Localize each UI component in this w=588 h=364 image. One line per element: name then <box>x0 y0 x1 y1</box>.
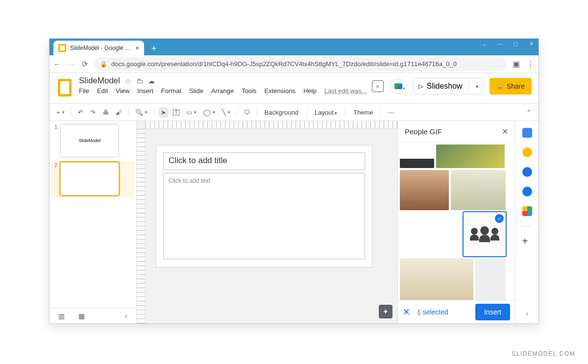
gif-result-selected[interactable]: ✓ <box>464 212 506 256</box>
nav-back-icon[interactable]: ← <box>53 60 61 69</box>
gif-result[interactable] <box>400 258 473 300</box>
star-icon[interactable]: ☆ <box>125 77 131 85</box>
get-addons-button[interactable]: + <box>522 236 532 246</box>
gif-result[interactable] <box>451 170 506 210</box>
window-minimize-icon[interactable]: — <box>496 41 503 47</box>
slideshow-dropdown-icon[interactable]: ▾ <box>473 84 481 89</box>
theme-button[interactable]: Theme <box>350 107 376 118</box>
insert-button[interactable]: Insert <box>475 304 510 320</box>
watermark: SLIDEMODEL.COM <box>512 350 575 357</box>
lock-icon: 🔒 <box>100 61 107 68</box>
calendar-addon-icon[interactable] <box>522 128 532 138</box>
menu-arrange[interactable]: Arrange <box>211 87 234 95</box>
paint-format-button[interactable]: 🖌 <box>114 107 124 118</box>
shape-tool[interactable]: ◯▾ <box>201 107 217 118</box>
share-button[interactable]: 🔒 Share <box>490 78 532 95</box>
new-tab-button[interactable]: + <box>147 42 161 55</box>
print-button[interactable]: 🖶 <box>100 107 111 118</box>
gif-results-grid: ✓ <box>398 143 515 300</box>
new-slide-button[interactable]: +▾ <box>54 107 67 118</box>
gif-result[interactable] <box>400 212 462 256</box>
url-field[interactable]: 🔒 docs.google.com/presentation/d/1hICDq4… <box>94 57 507 71</box>
view-mode-bar: ▥ ▦ ‹ <box>49 308 136 323</box>
last-edit-link[interactable]: Last edit was... <box>324 87 367 95</box>
slide-canvas[interactable]: Click to add title Click to add text <box>156 146 372 267</box>
slideshow-button[interactable]: ▷ Slideshow ▾ <box>413 78 484 95</box>
meet-button[interactable]: ▾ <box>390 79 407 94</box>
explore-button[interactable]: ✦ <box>379 305 392 318</box>
horizontal-ruler <box>146 121 397 129</box>
more-toolbar-button[interactable]: ⋯ <box>386 107 396 118</box>
contacts-addon-icon[interactable] <box>522 187 532 196</box>
gif-result[interactable] <box>400 145 434 168</box>
background-button[interactable]: Background <box>261 107 302 118</box>
undo-button[interactable]: ↶ <box>76 107 85 118</box>
image-tool[interactable]: ▭▾ <box>184 107 198 118</box>
app-header: SlideModel ☆ 🗀 ☁ File Edit View Insert F… <box>49 73 539 103</box>
select-tool[interactable]: ➤ <box>159 107 168 118</box>
menu-slide[interactable]: Slide <box>189 87 203 95</box>
collapse-rail-icon[interactable]: › <box>526 310 528 317</box>
menu-format[interactable]: Format <box>161 87 181 95</box>
tab-title: SlideModel - Google Slides <box>70 45 131 51</box>
thumbnail-row[interactable]: 2 <box>51 161 135 197</box>
body-placeholder[interactable]: Click to add text <box>163 173 365 259</box>
comments-button[interactable]: ≡ <box>372 80 384 92</box>
redo-button[interactable]: ↷ <box>88 107 98 118</box>
filmstrip-view-icon[interactable]: ▥ <box>58 312 65 320</box>
panel-toggle-icon[interactable]: ▣ <box>513 59 520 69</box>
menu-help[interactable]: Help <box>303 87 317 95</box>
keep-addon-icon[interactable] <box>522 147 532 157</box>
slide-thumbnail-2[interactable] <box>60 162 119 195</box>
nav-reload-icon[interactable]: ⟳ <box>82 60 88 69</box>
close-icon[interactable]: ✕ <box>502 127 508 136</box>
menu-edit[interactable]: Edit <box>97 87 108 95</box>
play-icon: ▷ <box>418 83 423 90</box>
window-maximize-icon[interactable]: ▢ <box>512 41 519 47</box>
menu-bar: File Edit View Insert Format Slide Arran… <box>79 87 367 95</box>
thumbnail-row[interactable]: 1 SlideModel <box>52 124 133 157</box>
title-placeholder[interactable]: Click to add title <box>163 152 365 170</box>
textbox-tool[interactable]: 🅃 <box>171 107 181 118</box>
tasks-addon-icon[interactable] <box>522 167 532 177</box>
tab-close-icon[interactable]: × <box>135 44 139 52</box>
menu-insert[interactable]: Insert <box>137 87 153 95</box>
window-controls: ⌄ — ▢ ✕ <box>481 41 535 47</box>
collapse-toolbar-button[interactable]: ⌃ <box>524 107 534 118</box>
gif-result[interactable] <box>475 258 506 300</box>
vertical-ruler <box>137 129 146 323</box>
menu-view[interactable]: View <box>116 87 129 95</box>
browser-titlebar: SlideModel - Google Slides × + ⌄ — ▢ ✕ <box>49 39 539 55</box>
camera-icon <box>394 83 402 89</box>
slide-thumbnails-panel: 1 SlideModel 2 <box>49 121 137 323</box>
browser-tab[interactable]: SlideModel - Google Slides × <box>53 41 144 55</box>
selection-count: 1 selected <box>417 308 468 316</box>
grid-view-icon[interactable]: ▦ <box>78 312 85 320</box>
browser-menu-icon[interactable]: ⋮ <box>527 59 535 69</box>
gif-result[interactable] <box>400 170 449 210</box>
cloud-sync-icon[interactable]: ☁ <box>148 77 155 85</box>
slides-logo[interactable] <box>55 76 74 99</box>
slides-favicon <box>58 44 66 52</box>
comment-tool[interactable]: 🗨 <box>242 107 252 118</box>
chevron-down-icon: ▾ <box>403 86 405 91</box>
share-label: Share <box>507 82 525 90</box>
gif-search-panel: People GIF ✕ ✓ <box>397 121 515 323</box>
layout-button[interactable]: Layout▾ <box>311 107 341 118</box>
gif-result[interactable] <box>436 145 505 168</box>
menu-extensions[interactable]: Extensions <box>265 87 296 95</box>
url-text: docs.google.com/presentation/d/1hICDq4-h… <box>111 60 457 68</box>
document-title[interactable]: SlideModel <box>79 76 120 86</box>
window-dropdown-icon[interactable]: ⌄ <box>481 41 488 47</box>
maps-addon-icon[interactable] <box>522 206 532 216</box>
line-tool[interactable]: ╲▾ <box>220 107 232 118</box>
menu-file[interactable]: File <box>79 87 89 95</box>
menu-tools[interactable]: Tools <box>242 87 256 95</box>
zoom-button[interactable]: 🔍▾ <box>133 107 149 118</box>
slide-thumbnail-1[interactable]: SlideModel <box>60 124 119 157</box>
clear-selection-icon[interactable]: ✕ <box>403 307 410 317</box>
move-icon[interactable]: 🗀 <box>136 77 143 85</box>
collapse-filmstrip-icon[interactable]: ‹ <box>125 312 127 320</box>
nav-forward-icon[interactable]: → <box>68 60 75 69</box>
window-close-icon[interactable]: ✕ <box>528 41 535 47</box>
